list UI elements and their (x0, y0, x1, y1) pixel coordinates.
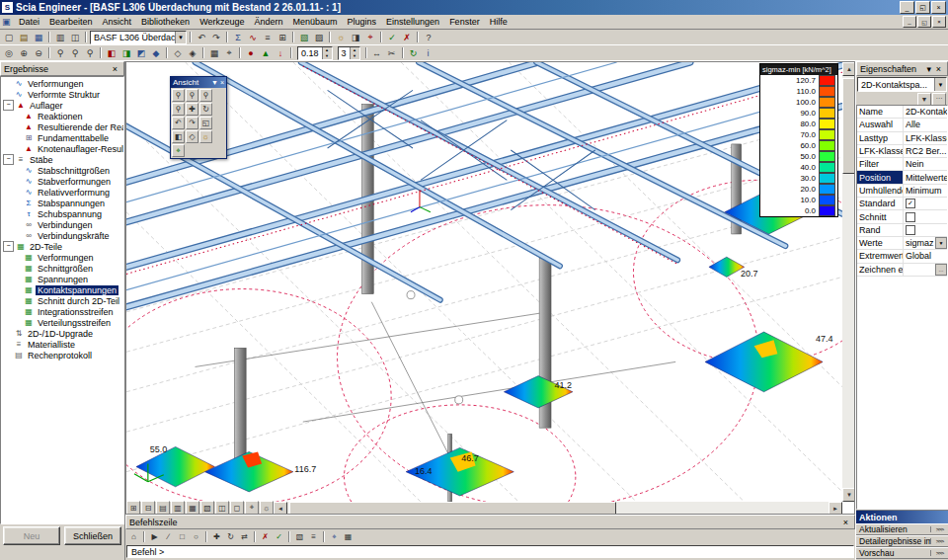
tree-item-rechenprotokoll[interactable]: ▤Rechenprotokoll (1, 350, 123, 360)
menu-hilfe[interactable]: Hilfe (485, 16, 513, 29)
scale-spinner[interactable]: 0.18 ▲▼ (297, 46, 333, 60)
layers-icon[interactable]: ▧ (293, 531, 306, 543)
check-structure-icon[interactable]: ✓ (385, 31, 399, 43)
tree-item-auflager[interactable]: −▲Auflager (1, 100, 123, 111)
info-icon[interactable]: i (422, 46, 435, 59)
print-preview-icon[interactable]: ◫ (68, 31, 82, 43)
ansicht-toolbar-title[interactable]: Ansicht ▼ × (171, 77, 226, 88)
property-value[interactable] (904, 225, 947, 235)
move-icon[interactable]: ✚ (210, 531, 223, 543)
close-button[interactable]: Schließen (64, 526, 121, 545)
minimize-button[interactable]: _ (900, 1, 914, 14)
property-row-standard[interactable]: Standard✓ (857, 198, 947, 210)
ucs-icon[interactable]: ⌖ (363, 31, 377, 43)
menu-datei[interactable]: Datei (14, 16, 44, 29)
properties-panel-header[interactable]: Eigenschaften ▾ × (856, 61, 948, 76)
property-row-lasttyp[interactable]: LasttypLFK-Klasse (857, 132, 947, 145)
tree-item-resultierende-der-reaktionen[interactable]: ▲Resultierende der Reaktionen (1, 121, 123, 132)
property-row-umh-llende[interactable]: UmhüllendeMinimum (857, 185, 947, 198)
action-more-button[interactable]: >>> (930, 526, 948, 532)
top-view-icon[interactable]: ◱ (199, 117, 212, 129)
collapse-icon[interactable]: − (3, 100, 14, 111)
refresh-icon[interactable]: ↻ (407, 46, 421, 59)
shading-icon[interactable]: ▦ (186, 501, 199, 515)
view-x-icon[interactable]: ◧ (105, 46, 118, 59)
center-icon[interactable]: ⌖ (245, 501, 259, 515)
close-icon[interactable]: × (220, 79, 224, 86)
action-row-aktualisieren[interactable]: Aktualisieren>>> (856, 523, 948, 535)
zoom-all-icon[interactable]: ⚲ (172, 103, 185, 116)
property-row-filter[interactable]: FilterNein (857, 158, 947, 171)
tree-item-schnittgr-en[interactable]: ▦Schnittgrößen (1, 263, 123, 274)
tree-item-stabschnittgr-en[interactable]: ∿Stabschnittgrößen (1, 165, 123, 176)
tree-item-relativverformung[interactable]: ∿Relativverformung (1, 187, 123, 198)
line-icon[interactable]: ∕ (162, 531, 175, 543)
action-row-vorschau[interactable]: Vorschau>>> (856, 547, 948, 559)
spinner-arrows-icon[interactable]: ▲▼ (350, 47, 359, 59)
mdi-restore-button[interactable]: ◱ (917, 16, 931, 28)
command-input[interactable]: Befehl > (126, 545, 854, 558)
project-combo[interactable]: BASF L306 Überdach ▼ (90, 31, 187, 44)
tree-item-verformungen[interactable]: ∿Verformungen (1, 78, 123, 89)
document-view-icon[interactable]: ≡ (261, 31, 275, 43)
menu-men-baum[interactable]: Menübaum (288, 16, 343, 29)
scroll-down-icon[interactable]: ▼ (842, 488, 855, 502)
menu-einstellungen[interactable]: Einstellungen (381, 16, 444, 29)
restore-button[interactable]: ◱ (915, 1, 930, 14)
grid-icon[interactable]: ▦ (342, 531, 355, 543)
close-icon[interactable]: × (840, 518, 851, 527)
menu-werkzeuge[interactable]: Werkzeuge (195, 16, 249, 29)
section-icon[interactable]: ✂ (385, 46, 399, 59)
view-y-icon[interactable]: ◨ (119, 46, 133, 59)
menu-ndern[interactable]: Ändern (249, 16, 287, 29)
member-labels-icon[interactable]: ▲ (259, 46, 273, 59)
tree-item-verformte-struktur[interactable]: ∿Verformte Struktur (1, 89, 123, 100)
circle-icon[interactable]: ○ (190, 531, 202, 543)
tree-item-stabverformungen[interactable]: ∿Stabverformungen (1, 176, 123, 187)
home-icon[interactable]: ⌂ (127, 531, 140, 543)
new-project-icon[interactable]: ▢ (2, 31, 16, 43)
property-value[interactable]: … (904, 264, 947, 276)
property-value[interactable]: Minimum (904, 186, 947, 196)
calculation-icon[interactable]: Σ (231, 31, 245, 43)
tree-item-2d-1d-upgrade[interactable]: ⇅2D-/1D-Upgrade (1, 328, 123, 339)
menu-plugins[interactable]: Plugins (343, 16, 382, 29)
snap-icon[interactable]: ⌖ (222, 46, 236, 59)
close-icon[interactable]: × (933, 64, 944, 74)
select-icon[interactable]: ◎ (2, 46, 16, 59)
scroll-left-icon[interactable]: ◄ (274, 502, 287, 515)
orbit-icon[interactable]: ↻ (199, 103, 212, 116)
confirm-icon[interactable]: ✓ (273, 531, 285, 543)
action-row-detailergebnisse-im[interactable]: Detailergebnisse im...>>> (856, 535, 948, 547)
light-icon[interactable]: ☼ (199, 130, 212, 143)
transparency-icon[interactable]: ▧ (200, 501, 214, 515)
action-more-button[interactable]: >>> (930, 538, 948, 544)
view-z-icon[interactable]: ◩ (134, 46, 148, 59)
title-bar[interactable]: S Scia Engineer - [BASF L306 Überdachung… (0, 0, 948, 15)
properties-icon[interactable]: ≡ (307, 531, 320, 543)
checkbox-icon[interactable] (906, 225, 915, 235)
axonometric-view-icon[interactable]: ◆ (149, 46, 163, 59)
zoom-in-icon[interactable]: ⚲ (172, 89, 185, 102)
tree-item-2d-teile[interactable]: −▦2D-Teile (1, 241, 123, 252)
tree-item-schnitt-durch-2d-teil[interactable]: ▦Schnitt durch 2D-Teil (1, 295, 123, 306)
count-spinner[interactable]: 3 ▲▼ (338, 46, 360, 60)
wireframe-icon[interactable]: ◇ (171, 46, 185, 59)
vertical-scroll-track[interactable] (842, 76, 854, 488)
tree-item-spannungen[interactable]: ▦Spannungen (1, 274, 123, 284)
tree-item-fundamenttabelle[interactable]: ⊞Fundamenttabelle (1, 132, 123, 143)
property-row-name[interactable]: Name2D-Kontakts... (857, 106, 947, 119)
shaded-view-icon[interactable]: ◨ (349, 31, 362, 43)
horizontal-scroll-track[interactable] (287, 502, 829, 514)
light-icon[interactable]: ☼ (260, 501, 274, 515)
property-value[interactable] (904, 212, 947, 222)
delete-icon[interactable]: ✗ (400, 31, 414, 43)
tree-item-integrationsstreifen[interactable]: ▦Integrationsstreifen (1, 306, 123, 317)
property-value[interactable]: Alle (904, 120, 947, 129)
clipping-icon[interactable]: ▥ (171, 501, 185, 515)
property-value[interactable]: Global (904, 251, 947, 261)
print-icon[interactable]: ▥ (53, 31, 67, 43)
zoom-all-icon[interactable]: ⚲ (83, 46, 97, 59)
view-manager-icon[interactable]: ▤ (156, 501, 170, 515)
undo-icon[interactable]: ↶ (195, 31, 208, 43)
